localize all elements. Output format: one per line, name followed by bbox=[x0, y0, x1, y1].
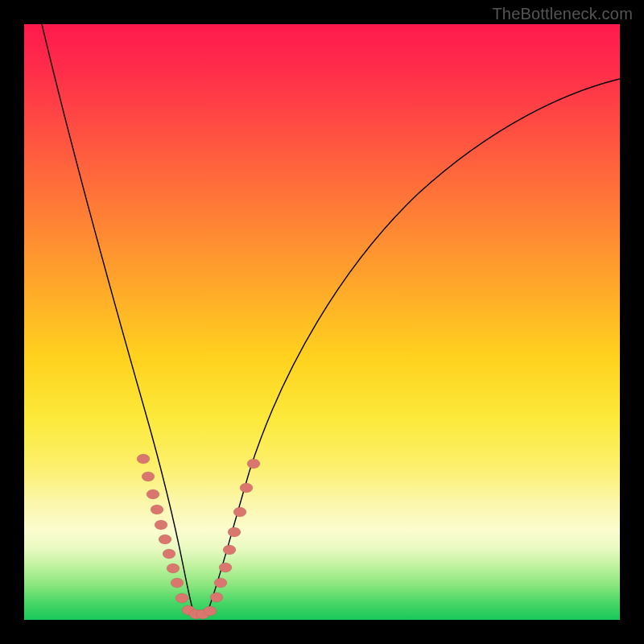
svg-point-5 bbox=[159, 535, 171, 544]
svg-point-21 bbox=[247, 459, 260, 469]
svg-point-9 bbox=[175, 593, 188, 603]
chart-frame: TheBottleneck.com bbox=[0, 0, 644, 644]
svg-point-18 bbox=[228, 527, 241, 537]
svg-point-2 bbox=[147, 489, 159, 499]
curve-left bbox=[42, 24, 194, 614]
plot-area bbox=[24, 24, 620, 620]
svg-point-13 bbox=[204, 606, 217, 616]
curve-right bbox=[207, 79, 620, 613]
dots-bottom bbox=[182, 605, 217, 619]
svg-point-15 bbox=[214, 578, 227, 588]
watermark-text: TheBottleneck.com bbox=[492, 5, 633, 23]
svg-point-20 bbox=[240, 483, 253, 493]
svg-point-19 bbox=[233, 507, 246, 517]
bottleneck-curve-svg bbox=[24, 24, 620, 620]
svg-point-16 bbox=[219, 563, 232, 572]
svg-point-14 bbox=[210, 592, 223, 602]
svg-point-8 bbox=[171, 578, 184, 588]
svg-point-3 bbox=[151, 505, 163, 514]
svg-point-4 bbox=[155, 520, 167, 530]
svg-point-0 bbox=[137, 454, 150, 464]
svg-point-6 bbox=[163, 549, 175, 559]
svg-point-1 bbox=[142, 472, 155, 481]
svg-point-7 bbox=[167, 564, 180, 573]
dots-right bbox=[210, 459, 260, 602]
svg-point-17 bbox=[223, 545, 236, 555]
